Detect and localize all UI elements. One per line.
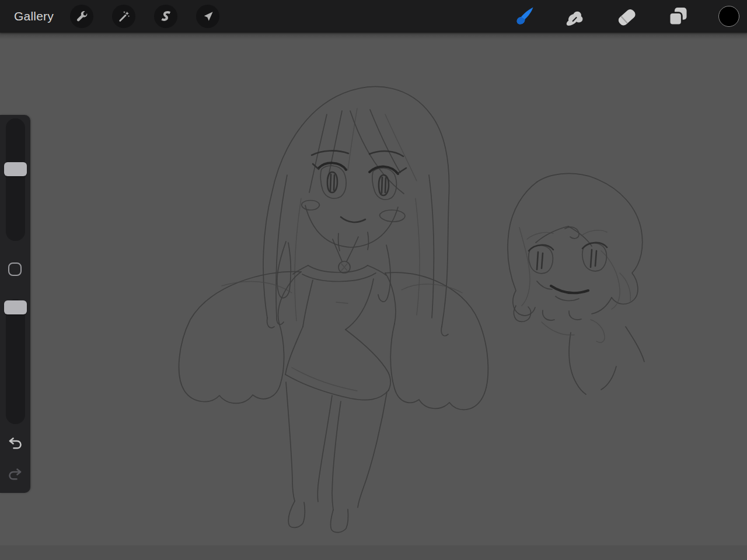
adjustments-button[interactable] <box>112 5 135 28</box>
sketch-main-character <box>179 86 488 532</box>
magic-wand-icon <box>117 10 131 23</box>
layers-icon <box>666 5 689 27</box>
erase-tool-button[interactable] <box>615 5 638 28</box>
selection-s-icon <box>159 10 173 23</box>
brush-sidebar <box>0 115 30 493</box>
brush-size-handle[interactable] <box>4 162 27 176</box>
sketch-second-character <box>508 173 644 394</box>
redo-icon <box>8 467 23 482</box>
eraser-icon <box>615 5 637 27</box>
transform-button[interactable] <box>196 5 219 28</box>
paint-brush-icon <box>513 5 535 27</box>
brush-size-slider[interactable] <box>6 118 25 241</box>
transform-arrow-icon <box>201 10 215 23</box>
smudge-tool-button[interactable] <box>563 5 587 28</box>
gallery-label: Gallery <box>14 9 54 23</box>
actions-button[interactable] <box>70 5 93 28</box>
paint-tool-button[interactable] <box>512 5 536 28</box>
gallery-button[interactable]: Gallery <box>14 0 54 33</box>
procreate-app: { "topbar": { "gallery_label": "Gallery"… <box>0 0 747 560</box>
top-toolbar: Gallery <box>0 0 747 33</box>
canvas-sketch[interactable] <box>0 0 747 560</box>
opacity-handle[interactable] <box>4 300 27 314</box>
undo-icon <box>8 436 23 451</box>
layers-button[interactable] <box>666 5 689 28</box>
modify-button[interactable] <box>8 262 22 276</box>
wrench-icon <box>75 10 89 23</box>
redo-button[interactable] <box>8 467 23 482</box>
smudge-finger-icon <box>564 5 586 27</box>
color-swatch[interactable] <box>718 6 739 27</box>
opacity-slider[interactable] <box>6 299 25 424</box>
selection-button[interactable] <box>154 5 177 28</box>
undo-button[interactable] <box>8 436 23 451</box>
